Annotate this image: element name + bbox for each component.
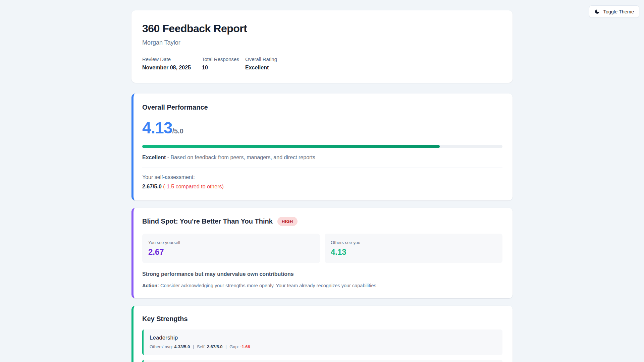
meta-value: 10: [202, 65, 245, 71]
blind-spot-card: Blind Spot: You're Better Than You Think…: [131, 208, 513, 298]
key-strengths-card: Key Strengths Leadership Others' avg: 4.…: [131, 306, 513, 362]
meta-label: Total Responses: [202, 56, 245, 62]
overall-performance-title: Overall Performance: [142, 104, 502, 111]
strength-detail: Others' avg: 4.33/5.0 | Self: 2.67/5.0 |…: [150, 344, 496, 349]
self-view-value: 2.67: [148, 248, 314, 256]
others-view-value: 4.13: [331, 248, 496, 256]
overall-score-value: 4.13: [142, 120, 172, 136]
overall-progress-fill: [142, 145, 440, 148]
overall-score: 4.13 /5.0: [142, 120, 502, 136]
report-meta-row: Review Date November 08, 2025 Total Resp…: [142, 56, 502, 71]
severity-badge: HIGH: [277, 217, 298, 226]
separator: |: [225, 344, 226, 349]
rating-description-text: - Based on feedback from peers, managers…: [167, 155, 315, 160]
overall-progress-track: [142, 145, 502, 148]
meta-value: November 08, 2025: [142, 65, 202, 71]
blind-spot-title: Blind Spot: You're Better Than You Think: [142, 218, 273, 225]
self-assessment-label: Your self-assessment:: [142, 174, 502, 181]
blind-spot-action: Action: Consider acknowledging your stre…: [142, 282, 502, 289]
self-view-label: You see yourself: [148, 240, 314, 245]
strength-name: Leadership: [150, 335, 496, 341]
meta-overall-rating: Overall Rating Excellent: [245, 56, 277, 71]
self-assessment-gap: (-1.5 compared to others): [163, 184, 224, 189]
report-header-card: 360 Feedback Report Morgan Taylor Review…: [131, 10, 513, 83]
strength-item-direction: Direction: [142, 360, 502, 362]
self-label: Self:: [197, 344, 206, 349]
overall-score-scale: /5.0: [172, 127, 183, 135]
separator: |: [193, 344, 194, 349]
blind-spot-title-row: Blind Spot: You're Better Than You Think…: [142, 217, 502, 226]
overall-performance-card: Overall Performance 4.13 /5.0 Excellent …: [131, 94, 513, 200]
meta-review-date: Review Date November 08, 2025: [142, 56, 202, 71]
rating-description: Excellent - Based on feedback from peers…: [142, 154, 502, 161]
meta-value: Excellent: [245, 65, 277, 71]
self-assessment-score: 2.67/5.0: [142, 184, 162, 189]
others-avg-label: Others' avg:: [150, 344, 173, 349]
strength-item-leadership: Leadership Others' avg: 4.33/5.0 | Self:…: [142, 329, 502, 355]
self-value: 2.67/5.0: [207, 344, 223, 349]
gap-value: -1.66: [240, 344, 250, 349]
page-title: 360 Feedback Report: [142, 22, 502, 35]
meta-label: Overall Rating: [245, 56, 277, 62]
others-view-label: Others see you: [331, 240, 496, 245]
self-view-box: You see yourself 2.67: [142, 234, 320, 263]
rating-label: Excellent: [142, 155, 166, 160]
gap-label: Gap:: [229, 344, 239, 349]
theme-toggle-button[interactable]: Toggle Theme: [589, 5, 639, 18]
perception-comparison: You see yourself 2.67 Others see you 4.1…: [142, 234, 502, 263]
meta-label: Review Date: [142, 56, 202, 62]
key-strengths-title: Key Strengths: [142, 315, 502, 323]
others-view-box: Others see you 4.13: [325, 234, 502, 263]
subject-name: Morgan Taylor: [142, 39, 502, 46]
others-avg-value: 4.33/5.0: [174, 344, 190, 349]
theme-toggle-label: Toggle Theme: [603, 9, 634, 14]
report-container: 360 Feedback Report Morgan Taylor Review…: [131, 10, 513, 362]
action-text: Consider acknowledging your strengths mo…: [160, 283, 378, 288]
action-label: Action:: [142, 283, 159, 288]
blind-spot-interpretation: Strong performance but may undervalue ow…: [142, 270, 502, 278]
meta-total-responses: Total Responses 10: [202, 56, 245, 71]
divider: [142, 168, 502, 168]
moon-icon: [594, 9, 600, 14]
self-assessment-line: 2.67/5.0 (-1.5 compared to others): [142, 183, 502, 190]
